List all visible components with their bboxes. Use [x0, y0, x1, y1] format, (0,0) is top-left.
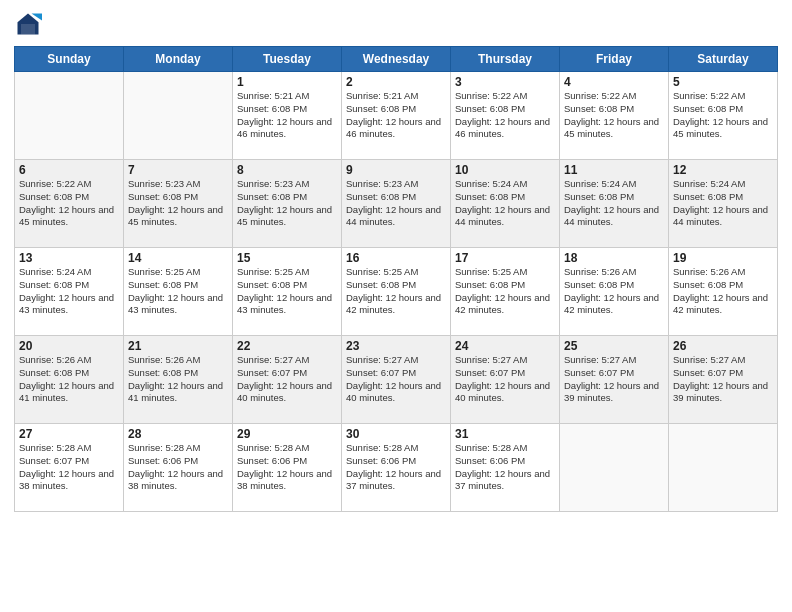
day-header-sunday: Sunday: [15, 47, 124, 72]
cell-info: Sunrise: 5:27 AM Sunset: 6:07 PM Dayligh…: [455, 354, 555, 405]
cell-info: Sunrise: 5:26 AM Sunset: 6:08 PM Dayligh…: [673, 266, 773, 317]
calendar-table: SundayMondayTuesdayWednesdayThursdayFrid…: [14, 46, 778, 512]
cell-info: Sunrise: 5:24 AM Sunset: 6:08 PM Dayligh…: [455, 178, 555, 229]
logo-icon: [14, 10, 42, 38]
cal-cell: 5Sunrise: 5:22 AM Sunset: 6:08 PM Daylig…: [669, 72, 778, 160]
day-number: 18: [564, 251, 664, 265]
cell-info: Sunrise: 5:25 AM Sunset: 6:08 PM Dayligh…: [346, 266, 446, 317]
day-number: 5: [673, 75, 773, 89]
cell-info: Sunrise: 5:24 AM Sunset: 6:08 PM Dayligh…: [673, 178, 773, 229]
cal-cell: 24Sunrise: 5:27 AM Sunset: 6:07 PM Dayli…: [451, 336, 560, 424]
day-number: 20: [19, 339, 119, 353]
cell-info: Sunrise: 5:28 AM Sunset: 6:06 PM Dayligh…: [237, 442, 337, 493]
cal-cell: 17Sunrise: 5:25 AM Sunset: 6:08 PM Dayli…: [451, 248, 560, 336]
cell-info: Sunrise: 5:26 AM Sunset: 6:08 PM Dayligh…: [564, 266, 664, 317]
cell-info: Sunrise: 5:24 AM Sunset: 6:08 PM Dayligh…: [564, 178, 664, 229]
week-row-4: 20Sunrise: 5:26 AM Sunset: 6:08 PM Dayli…: [15, 336, 778, 424]
cal-cell: 1Sunrise: 5:21 AM Sunset: 6:08 PM Daylig…: [233, 72, 342, 160]
day-number: 9: [346, 163, 446, 177]
week-row-2: 6Sunrise: 5:22 AM Sunset: 6:08 PM Daylig…: [15, 160, 778, 248]
day-header-friday: Friday: [560, 47, 669, 72]
day-number: 11: [564, 163, 664, 177]
cell-info: Sunrise: 5:28 AM Sunset: 6:06 PM Dayligh…: [455, 442, 555, 493]
day-number: 28: [128, 427, 228, 441]
day-number: 19: [673, 251, 773, 265]
day-header-saturday: Saturday: [669, 47, 778, 72]
cell-info: Sunrise: 5:23 AM Sunset: 6:08 PM Dayligh…: [237, 178, 337, 229]
cell-info: Sunrise: 5:21 AM Sunset: 6:08 PM Dayligh…: [346, 90, 446, 141]
cal-cell: [669, 424, 778, 512]
day-number: 8: [237, 163, 337, 177]
cal-cell: 8Sunrise: 5:23 AM Sunset: 6:08 PM Daylig…: [233, 160, 342, 248]
day-number: 6: [19, 163, 119, 177]
cell-info: Sunrise: 5:27 AM Sunset: 6:07 PM Dayligh…: [673, 354, 773, 405]
day-number: 12: [673, 163, 773, 177]
cal-cell: 30Sunrise: 5:28 AM Sunset: 6:06 PM Dayli…: [342, 424, 451, 512]
day-number: 13: [19, 251, 119, 265]
day-number: 27: [19, 427, 119, 441]
day-number: 24: [455, 339, 555, 353]
cell-info: Sunrise: 5:27 AM Sunset: 6:07 PM Dayligh…: [237, 354, 337, 405]
cell-info: Sunrise: 5:21 AM Sunset: 6:08 PM Dayligh…: [237, 90, 337, 141]
cal-cell: 16Sunrise: 5:25 AM Sunset: 6:08 PM Dayli…: [342, 248, 451, 336]
cell-info: Sunrise: 5:23 AM Sunset: 6:08 PM Dayligh…: [346, 178, 446, 229]
day-number: 14: [128, 251, 228, 265]
cal-cell: [15, 72, 124, 160]
cal-cell: 31Sunrise: 5:28 AM Sunset: 6:06 PM Dayli…: [451, 424, 560, 512]
day-number: 2: [346, 75, 446, 89]
day-number: 30: [346, 427, 446, 441]
cal-cell: 21Sunrise: 5:26 AM Sunset: 6:08 PM Dayli…: [124, 336, 233, 424]
cal-cell: 2Sunrise: 5:21 AM Sunset: 6:08 PM Daylig…: [342, 72, 451, 160]
day-number: 16: [346, 251, 446, 265]
cal-cell: 27Sunrise: 5:28 AM Sunset: 6:07 PM Dayli…: [15, 424, 124, 512]
cal-cell: 13Sunrise: 5:24 AM Sunset: 6:08 PM Dayli…: [15, 248, 124, 336]
day-number: 21: [128, 339, 228, 353]
day-number: 25: [564, 339, 664, 353]
cal-cell: 29Sunrise: 5:28 AM Sunset: 6:06 PM Dayli…: [233, 424, 342, 512]
day-number: 22: [237, 339, 337, 353]
cell-info: Sunrise: 5:22 AM Sunset: 6:08 PM Dayligh…: [673, 90, 773, 141]
week-row-3: 13Sunrise: 5:24 AM Sunset: 6:08 PM Dayli…: [15, 248, 778, 336]
cal-cell: 23Sunrise: 5:27 AM Sunset: 6:07 PM Dayli…: [342, 336, 451, 424]
day-header-monday: Monday: [124, 47, 233, 72]
cal-cell: 7Sunrise: 5:23 AM Sunset: 6:08 PM Daylig…: [124, 160, 233, 248]
cal-cell: 14Sunrise: 5:25 AM Sunset: 6:08 PM Dayli…: [124, 248, 233, 336]
cell-info: Sunrise: 5:25 AM Sunset: 6:08 PM Dayligh…: [455, 266, 555, 317]
day-header-wednesday: Wednesday: [342, 47, 451, 72]
cell-info: Sunrise: 5:25 AM Sunset: 6:08 PM Dayligh…: [237, 266, 337, 317]
cell-info: Sunrise: 5:22 AM Sunset: 6:08 PM Dayligh…: [455, 90, 555, 141]
cal-cell: 19Sunrise: 5:26 AM Sunset: 6:08 PM Dayli…: [669, 248, 778, 336]
cal-cell: 28Sunrise: 5:28 AM Sunset: 6:06 PM Dayli…: [124, 424, 233, 512]
cal-cell: 3Sunrise: 5:22 AM Sunset: 6:08 PM Daylig…: [451, 72, 560, 160]
day-number: 4: [564, 75, 664, 89]
cell-info: Sunrise: 5:27 AM Sunset: 6:07 PM Dayligh…: [346, 354, 446, 405]
day-number: 23: [346, 339, 446, 353]
cell-info: Sunrise: 5:28 AM Sunset: 6:07 PM Dayligh…: [19, 442, 119, 493]
cell-info: Sunrise: 5:28 AM Sunset: 6:06 PM Dayligh…: [128, 442, 228, 493]
cell-info: Sunrise: 5:27 AM Sunset: 6:07 PM Dayligh…: [564, 354, 664, 405]
logo: [14, 10, 46, 38]
day-number: 10: [455, 163, 555, 177]
cal-cell: 26Sunrise: 5:27 AM Sunset: 6:07 PM Dayli…: [669, 336, 778, 424]
day-number: 29: [237, 427, 337, 441]
cal-cell: 9Sunrise: 5:23 AM Sunset: 6:08 PM Daylig…: [342, 160, 451, 248]
cell-info: Sunrise: 5:26 AM Sunset: 6:08 PM Dayligh…: [19, 354, 119, 405]
day-number: 1: [237, 75, 337, 89]
day-number: 15: [237, 251, 337, 265]
week-row-1: 1Sunrise: 5:21 AM Sunset: 6:08 PM Daylig…: [15, 72, 778, 160]
cal-cell: 15Sunrise: 5:25 AM Sunset: 6:08 PM Dayli…: [233, 248, 342, 336]
day-number: 3: [455, 75, 555, 89]
cal-cell: 6Sunrise: 5:22 AM Sunset: 6:08 PM Daylig…: [15, 160, 124, 248]
cell-info: Sunrise: 5:23 AM Sunset: 6:08 PM Dayligh…: [128, 178, 228, 229]
day-number: 26: [673, 339, 773, 353]
cal-cell: 18Sunrise: 5:26 AM Sunset: 6:08 PM Dayli…: [560, 248, 669, 336]
cal-cell: 20Sunrise: 5:26 AM Sunset: 6:08 PM Dayli…: [15, 336, 124, 424]
cal-cell: 12Sunrise: 5:24 AM Sunset: 6:08 PM Dayli…: [669, 160, 778, 248]
cell-info: Sunrise: 5:22 AM Sunset: 6:08 PM Dayligh…: [564, 90, 664, 141]
header: [14, 10, 778, 38]
day-header-thursday: Thursday: [451, 47, 560, 72]
cal-cell: [560, 424, 669, 512]
header-row: SundayMondayTuesdayWednesdayThursdayFrid…: [15, 47, 778, 72]
cal-cell: 11Sunrise: 5:24 AM Sunset: 6:08 PM Dayli…: [560, 160, 669, 248]
cell-info: Sunrise: 5:26 AM Sunset: 6:08 PM Dayligh…: [128, 354, 228, 405]
